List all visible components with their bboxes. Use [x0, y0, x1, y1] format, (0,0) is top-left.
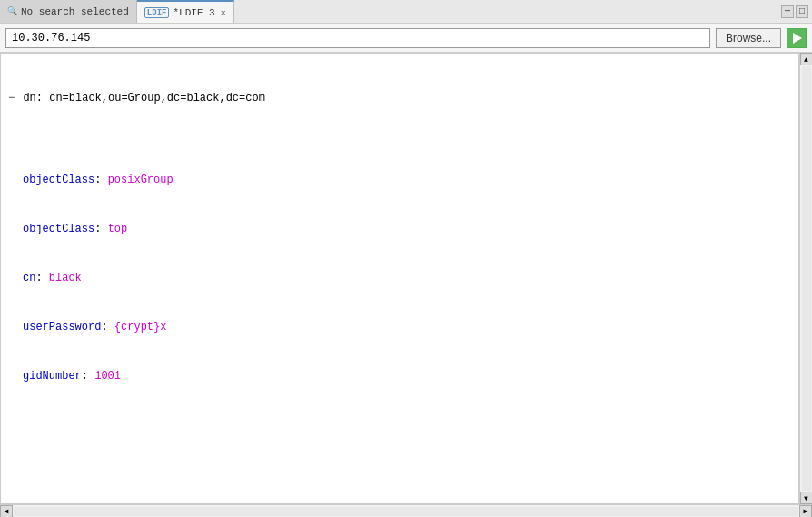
address-input[interactable]: [5, 28, 710, 48]
ldif-icon: LDIF: [144, 7, 170, 18]
scroll-left-button[interactable]: ◀: [0, 505, 13, 518]
entry1-attrs: objectClass: posixGroup objectClass: top…: [8, 139, 791, 417]
ldif-content: − dn: cn=black,ou=Group,dc=black,dc=com …: [1, 54, 798, 504]
title-bar: 🔍 No search selected LDIF *LDIF 3 ✕ ─ □: [0, 0, 812, 24]
window-controls: ─ □: [781, 5, 812, 18]
entry1-dn-line: − dn: cn=black,ou=Group,dc=black,dc=com: [8, 90, 791, 106]
entry1-dn: dn: cn=black,ou=Group,dc=black,dc=com: [16, 90, 265, 106]
scroll-track-vertical[interactable]: [802, 66, 811, 491]
tab-close-button[interactable]: ✕: [221, 7, 226, 18]
maximize-button[interactable]: □: [796, 5, 808, 18]
browse-button[interactable]: Browse...: [716, 28, 781, 48]
scroll-track-horizontal[interactable]: [14, 507, 798, 516]
entry1-attr-3: userPassword: {crypt}x: [23, 319, 791, 335]
content-area[interactable]: − dn: cn=black,ou=Group,dc=black,dc=com …: [0, 53, 799, 504]
minimize-button[interactable]: ─: [781, 5, 794, 18]
entry1-attr-0: objectClass: posixGroup: [23, 172, 791, 188]
tab-ldif[interactable]: LDIF *LDIF 3 ✕: [137, 0, 234, 23]
entry1-collapse-button[interactable]: −: [8, 90, 15, 106]
entry1-attr-1: objectClass: top: [23, 221, 791, 237]
content-wrapper: − dn: cn=black,ou=Group,dc=black,dc=com …: [0, 53, 812, 504]
horizontal-scrollbar[interactable]: ◀ ▶: [0, 504, 812, 517]
run-button[interactable]: [787, 28, 807, 48]
vertical-scrollbar[interactable]: ▲ ▼: [799, 53, 812, 504]
run-icon: [793, 33, 802, 44]
scroll-down-button[interactable]: ▼: [800, 492, 813, 504]
scroll-up-button[interactable]: ▲: [800, 53, 813, 65]
no-search-icon: 🔍: [7, 6, 17, 16]
ldif-tab-label: *LDIF 3: [173, 7, 214, 18]
entry1-attr-4: gidNumber: 1001: [23, 368, 791, 384]
toolbar: Browse...: [0, 24, 812, 53]
entry1-attr-2: cn: black: [23, 270, 791, 286]
no-search-label: No search selected: [21, 6, 129, 17]
scroll-right-button[interactable]: ▶: [799, 505, 812, 518]
tab-no-search[interactable]: 🔍 No search selected: [0, 0, 137, 23]
